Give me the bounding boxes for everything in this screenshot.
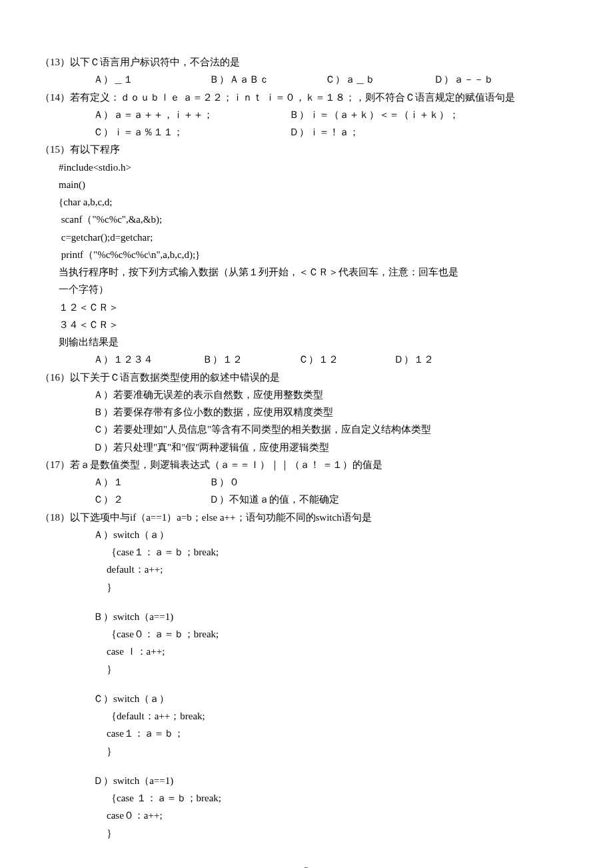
q15-opt-d: Ｄ）１２ — [394, 351, 434, 368]
q17-opt-d: Ｄ）不知道ａ的值，不能确定 — [209, 491, 339, 508]
q13-options: Ａ）＿１ Ｂ）ＡａＢｃ Ｃ）ａ＿ｂ Ｄ）ａ－－ｂ — [40, 71, 573, 88]
q15-options: Ａ）１２３４ Ｂ）１２ Ｃ）１２ Ｄ）１２ — [40, 351, 573, 368]
q18-opt-d-2: ｛case １：ａ＝ｂ；break; — [40, 789, 573, 807]
q15-code-2: main() — [40, 176, 573, 193]
spacer — [40, 760, 573, 772]
q13-opt-b: Ｂ）ＡａＢｃ — [209, 71, 322, 88]
q15-opt-a: Ａ）１２３４ — [93, 351, 200, 368]
q13-opt-a: Ａ）＿１ — [93, 71, 207, 88]
q15-code-6: printf（"%c%c%c%c\n",a,b,c,d);} — [40, 246, 573, 263]
q16-text: （16）以下关于Ｃ语言数据类型使用的叙述中错误的是 — [40, 369, 573, 386]
q14-text: （14）若有定义：ｄｏｕｂｌｅ ａ＝２２；ｉｎｔ ｉ＝０，ｋ＝１８；，则不符合Ｃ… — [40, 89, 573, 106]
q14-opt-c: Ｃ）ｉ＝ａ％１１； — [93, 123, 287, 141]
q17-options-1: Ａ）１ Ｂ）０ — [40, 473, 573, 491]
q15-code-3: {char a,b,c,d; — [40, 193, 573, 211]
q18-opt-b-1: Ｂ）switch（a==1) — [40, 608, 573, 625]
q18-opt-d-1: Ｄ）switch（a==1) — [40, 772, 573, 789]
q18-opt-b-3: case Ｉ：a++; — [40, 643, 573, 660]
q18-opt-a-2: ｛case１：ａ＝ｂ；break; — [40, 543, 573, 561]
question-17: （17）若ａ是数值类型，则逻辑表达式（ａ＝＝Ｉ）｜｜（ａ！ ＝１）的值是 Ａ）１… — [40, 456, 573, 509]
q18-opt-a-1: Ａ）switch（ａ） — [40, 526, 573, 543]
question-15: （15）有以下程序 #include<stdio.h> main() {char… — [40, 141, 573, 368]
q18-opt-d-3: case０：a++; — [40, 807, 573, 824]
q15-code-4: scanf（"%c%c",&a,&b); — [40, 211, 573, 228]
q14-options-2: Ｃ）ｉ＝ａ％１１； Ｄ）ｉ＝！ａ； — [40, 123, 573, 141]
q18-opt-b-2: ｛case０：ａ＝ｂ；break; — [40, 625, 573, 643]
q17-opt-a: Ａ）１ — [93, 473, 207, 491]
q17-opt-c: Ｃ）２ — [93, 491, 207, 508]
q15-code-5: c=getchar();d=getchar; — [40, 229, 573, 246]
question-16: （16）以下关于Ｃ语言数据类型使用的叙述中错误的是 Ａ）若要准确无误差的表示自然… — [40, 369, 573, 456]
q18-opt-d-4: ｝ — [40, 825, 573, 842]
q14-opt-b: Ｂ）ｉ＝（ａ＋ｋ）＜＝（ｉ＋ｋ）； — [289, 106, 459, 123]
question-18: （18）以下选项中与if（a==1）a=b；else a++；语句功能不同的sw… — [40, 509, 573, 842]
q14-options-1: Ａ）ａ＝ａ＋＋，ｉ＋＋； Ｂ）ｉ＝（ａ＋ｋ）＜＝（ｉ＋ｋ）； — [40, 106, 573, 123]
q15-t1: 当执行程序时，按下列方式输入数据（从第１列开始，＜ＣＲ＞代表回车，注意：回车也是 — [40, 263, 573, 281]
q16-opt-a: Ａ）若要准确无误差的表示自然数，应使用整数类型 — [40, 386, 573, 403]
q15-opt-b: Ｂ）１２ — [203, 351, 296, 368]
q13-opt-d: Ｄ）ａ－－ｂ — [434, 71, 494, 88]
q15-code-1: #include<stdio.h> — [40, 159, 573, 176]
q16-opt-b: Ｂ）若要保存带有多位小数的数据，应使用双精度类型 — [40, 403, 573, 421]
q18-opt-c-1: Ｃ）switch（ａ） — [40, 690, 573, 707]
q15-t3: １２＜ＣＲ＞ — [40, 299, 573, 316]
q18-text: （18）以下选项中与if（a==1）a=b；else a++；语句功能不同的sw… — [40, 509, 573, 526]
spacer — [40, 596, 573, 608]
q16-opt-d: Ｄ）若只处理"真"和"假"两种逻辑值，应使用逻辑类型 — [40, 439, 573, 456]
q13-text: （13）以下Ｃ语言用户标识符中，不合法的是 — [40, 53, 573, 71]
q17-opt-b: Ｂ）０ — [209, 473, 239, 491]
q17-text: （17）若ａ是数值类型，则逻辑表达式（ａ＝＝Ｉ）｜｜（ａ！ ＝１）的值是 — [40, 456, 573, 473]
q15-t5: 则输出结果是 — [40, 333, 573, 351]
q18-opt-c-3: case１：ａ＝ｂ； — [40, 725, 573, 742]
q18-opt-b-4: ｝ — [40, 661, 573, 678]
q16-opt-c: Ｃ）若要处理如"人员信息"等含有不同类型的相关数据，应自定义结构体类型 — [40, 421, 573, 438]
page-number: - 2 - — [40, 862, 573, 868]
q15-opt-c: Ｃ）１２ — [299, 351, 392, 368]
q15-t4: ３４＜ＣＲ＞ — [40, 316, 573, 333]
q18-opt-c-4: ｝ — [40, 743, 573, 760]
question-13: （13）以下Ｃ语言用户标识符中，不合法的是 Ａ）＿１ Ｂ）ＡａＢｃ Ｃ）ａ＿ｂ … — [40, 53, 573, 89]
q18-opt-a-3: default：a++; — [40, 561, 573, 578]
q18-opt-a-4: ｝ — [40, 579, 573, 596]
q15-t2: 一个字符） — [40, 281, 573, 298]
spacer — [40, 678, 573, 690]
q15-text: （15）有以下程序 — [40, 141, 573, 158]
q14-opt-d: Ｄ）ｉ＝！ａ； — [289, 123, 359, 141]
question-14: （14）若有定义：ｄｏｕｂｌｅ ａ＝２２；ｉｎｔ ｉ＝０，ｋ＝１８；，则不符合Ｃ… — [40, 89, 573, 141]
q14-opt-a: Ａ）ａ＝ａ＋＋，ｉ＋＋； — [93, 106, 287, 123]
q18-opt-c-2: ｛default：a++；break; — [40, 707, 573, 725]
q13-opt-c: Ｃ）ａ＿ｂ — [325, 71, 432, 88]
q17-options-2: Ｃ）２ Ｄ）不知道ａ的值，不能确定 — [40, 491, 573, 508]
